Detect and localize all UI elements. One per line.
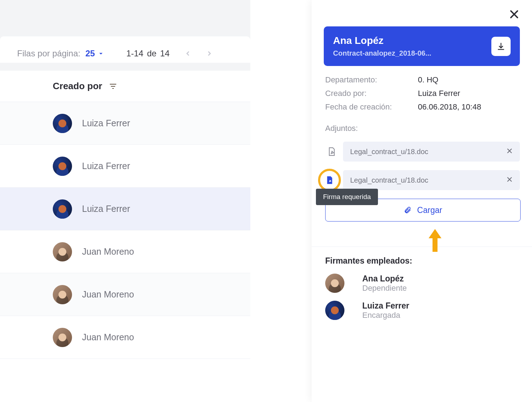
rows-per-page-select[interactable]: 25 (85, 49, 105, 58)
signers-label: Firmantes empleados: (325, 256, 520, 266)
tooltip: Firma requerida (316, 189, 378, 205)
attachments-label: Adjuntos: (325, 124, 520, 133)
attachment-chip[interactable]: Legal_contract_u/18.doc (343, 142, 520, 162)
attachment-chip[interactable]: Legal_contract_u/18.doc (343, 170, 520, 190)
meta-label: Departamento: (325, 75, 418, 85)
table-row[interactable]: Juan Moreno (0, 273, 250, 316)
avatar (53, 285, 72, 304)
close-panel-button[interactable] (508, 9, 520, 21)
download-icon (496, 42, 506, 51)
row-name: Juan Moreno (82, 246, 134, 257)
chevron-right-icon (205, 49, 213, 58)
chevron-left-icon (184, 49, 192, 58)
rows-per-page-label: Filas por página: (17, 49, 80, 58)
row-name: Luiza Ferrer (82, 204, 130, 214)
attachment-row: Legal_contract_u/18.doc (324, 142, 520, 162)
table-row[interactable]: Juan Moreno (0, 230, 250, 273)
close-icon (506, 176, 513, 183)
table-row[interactable]: Luiza Ferrer (0, 188, 250, 230)
card-title: Ana Lopéz (333, 35, 431, 46)
meta-label: Fecha de creación: (325, 102, 418, 112)
avatar (53, 328, 72, 347)
avatar (53, 199, 72, 219)
signer-row: Luiza FerrerEncargada (324, 301, 520, 320)
row-name: Juan Moreno (82, 289, 134, 300)
attachment-name: Legal_contract_u/18.doc (350, 176, 428, 184)
attachment-edit-icon (324, 146, 339, 157)
avatar (53, 157, 72, 176)
meta-value: 0. HQ (418, 75, 438, 85)
signer-role: Dependiente (362, 284, 407, 293)
meta-row: Fecha de creación:06.06.2018, 10:48 (325, 102, 518, 112)
table-row[interactable]: Luiza Ferrer (0, 145, 250, 188)
table-row[interactable]: Juan Moreno (0, 316, 250, 359)
caret-down-icon (97, 50, 105, 57)
table-header: Creado por (0, 71, 250, 102)
paperclip-icon (404, 205, 411, 215)
remove-attachment-button[interactable] (506, 148, 513, 156)
meta-row: Departamento:0. HQ (325, 75, 518, 85)
download-button[interactable] (491, 37, 511, 56)
signer-info: Ana LopézDependiente (362, 274, 407, 293)
avatar (53, 114, 72, 133)
next-page-button[interactable] (205, 49, 213, 58)
attachment-row: Firma requeridaLegal_contract_u/18.doc (324, 170, 520, 190)
close-icon (506, 148, 513, 154)
pagination-range: 1-14 (126, 49, 143, 58)
avatar (325, 274, 344, 293)
meta-value: Luiza Ferrer (418, 89, 460, 98)
details-panel: Ana Lopéz Contract-analopez_2018-06... D… (312, 0, 532, 402)
signer-name: Luiza Ferrer (362, 301, 409, 311)
document-edit-icon (327, 146, 336, 157)
signer-info: Luiza FerrerEncargada (362, 301, 409, 320)
metadata-list: Departamento:0. HQCreado por:Luiza Ferre… (324, 66, 520, 116)
table-row[interactable]: Luiza Ferrer (0, 102, 250, 145)
avatar (325, 301, 344, 320)
highlight-ring (318, 169, 341, 192)
meta-value: 06.06.2018, 10:48 (418, 102, 481, 112)
signer-name: Ana Lopéz (362, 274, 407, 284)
remove-attachment-button[interactable] (506, 176, 513, 184)
document-sign-icon (325, 175, 334, 185)
prev-page-button[interactable] (184, 49, 192, 58)
row-name: Juan Moreno (82, 332, 134, 342)
pagination-toolbar: Filas por página: 25 1-14 de 14 (0, 36, 250, 63)
upload-label: Cargar (417, 205, 442, 215)
document-card: Ana Lopéz Contract-analopez_2018-06... (324, 26, 520, 66)
card-subtitle: Contract-analopez_2018-06... (333, 49, 431, 57)
meta-label: Creado por: (325, 89, 418, 98)
pagination-total: 14 (160, 49, 170, 58)
attachment-name: Legal_contract_u/18.doc (350, 148, 428, 156)
row-name: Luiza Ferrer (82, 161, 130, 171)
records-table: Creado por Luiza FerrerLuiza FerrerLuiza… (0, 71, 250, 359)
column-created-by[interactable]: Creado por (53, 81, 102, 92)
filter-icon[interactable] (109, 82, 117, 91)
signer-role: Encargada (362, 311, 409, 320)
arrow-up-hint-icon (428, 229, 442, 254)
rows-per-page-value: 25 (85, 49, 95, 58)
avatar (53, 242, 72, 261)
close-icon (508, 9, 520, 20)
row-name: Luiza Ferrer (82, 118, 130, 128)
meta-row: Creado por:Luiza Ferrer (325, 89, 518, 98)
pagination-of: de (147, 49, 157, 58)
section-divider (312, 246, 532, 247)
signer-row: Ana LopézDependiente (324, 274, 520, 293)
